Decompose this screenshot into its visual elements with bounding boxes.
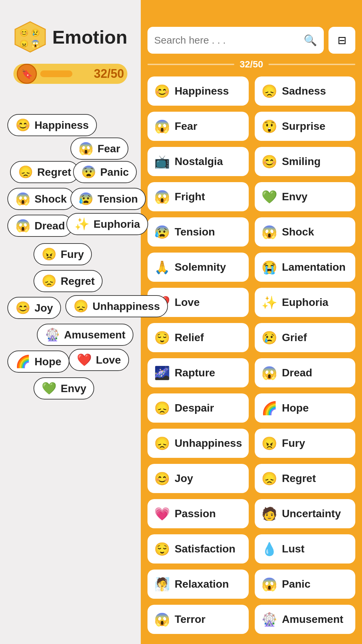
grid-chip-joy[interactable]: 😊Joy: [147, 464, 249, 493]
grid-chip-unhappiness[interactable]: 😞Unhappiness: [147, 429, 249, 458]
grid-chip-lamentation[interactable]: 😭Lamentation: [255, 253, 355, 282]
grid-chip-label: Rapture: [175, 367, 215, 379]
grid-chip-despair[interactable]: 😞Despair: [147, 393, 249, 423]
grid-chip-emoji: 😢: [261, 330, 277, 345]
grid-chip-label: Fury: [282, 437, 305, 449]
floating-chip-panic[interactable]: 😨Panic: [73, 161, 137, 183]
grid-chip-label: Euphoria: [282, 296, 328, 309]
search-bar-row: 🔍 ⊟: [147, 27, 355, 54]
grid-chip-emoji: 😭: [261, 260, 277, 275]
svg-text:😢: 😢: [31, 28, 40, 37]
progress-text: 32/50: [94, 67, 124, 81]
floating-chip-tension[interactable]: 😰Tension: [70, 188, 146, 210]
grid-chip-label: Panic: [282, 578, 310, 590]
grid-chip-label: Hope: [282, 402, 309, 414]
grid-chip-euphoria[interactable]: ✨Euphoria: [255, 288, 355, 317]
grid-chip-label: Unhappiness: [175, 437, 242, 449]
grid-chip-label: Relief: [175, 331, 204, 344]
grid-chip-emoji: 💗: [154, 506, 170, 521]
grid-chip-emoji: 😌: [154, 542, 170, 556]
filter-icon: ⊟: [338, 34, 347, 47]
floating-chip-dread[interactable]: 😱Dread: [7, 215, 73, 237]
grid-chip-emoji: 😱: [154, 190, 170, 204]
chip-label: Fear: [98, 143, 120, 155]
chip-emoji: 😊: [15, 118, 31, 132]
chip-label: Fury: [61, 248, 84, 261]
grid-chip-label: Dread: [282, 367, 312, 379]
progress-bar: 🔖 32/50: [13, 64, 127, 84]
grid-chip-grief[interactable]: 😢Grief: [255, 323, 355, 352]
grid-chip-tension[interactable]: 😰Tension: [147, 217, 249, 247]
svg-text:😠: 😠: [19, 39, 29, 48]
chip-label: Joy: [35, 302, 53, 314]
chip-label: Regret: [37, 166, 71, 178]
grid-chip-emoji: 😞: [261, 84, 277, 99]
grid-chip-emoji: 😱: [154, 119, 170, 134]
grid-chip-label: Lust: [282, 543, 305, 555]
chip-emoji: 😰: [78, 192, 94, 206]
floating-chip-envy[interactable]: 💚Envy: [34, 377, 94, 399]
grid-chip-label: Lamentation: [282, 261, 346, 273]
grid-chip-fury[interactable]: 😠Fury: [255, 429, 355, 458]
grid-chip-panic[interactable]: 😱Panic: [255, 570, 355, 599]
chip-emoji: 💚: [42, 381, 57, 395]
chip-emoji: 😱: [15, 219, 31, 233]
grid-chip-rapture[interactable]: 🌌Rapture: [147, 358, 249, 387]
grid-chip-satisfaction[interactable]: 😌Satisfaction: [147, 534, 249, 564]
floating-chip-fury[interactable]: 😠Fury: [34, 243, 92, 265]
search-input-wrap[interactable]: 🔍: [147, 27, 324, 54]
filter-button[interactable]: ⊟: [328, 27, 355, 54]
grid-chip-sadness[interactable]: 😞Sadness: [255, 76, 355, 106]
floating-chip-fear[interactable]: 😱Fear: [70, 138, 128, 160]
floating-chip-unhappiness[interactable]: 😞Unhappiness: [65, 295, 168, 317]
search-icon: 🔍: [304, 34, 317, 47]
grid-chip-emoji: 🌈: [261, 401, 277, 416]
grid-chip-solemnity[interactable]: 🙏Solemnity: [147, 253, 249, 282]
chip-label: Tension: [98, 193, 138, 205]
grid-chip-label: Grief: [282, 331, 307, 344]
grid-chip-fright[interactable]: 😱Fright: [147, 182, 249, 211]
floating-chip-regret[interactable]: 😞Regret: [34, 270, 103, 292]
grid-chip-nostalgia[interactable]: 📺Nostalgia: [147, 147, 249, 176]
floating-chip-hope[interactable]: 🌈Hope: [7, 351, 69, 373]
app-logo: 😊 😢 😠 😱: [13, 20, 47, 54]
grid-chip-fear[interactable]: 😱Fear: [147, 112, 249, 141]
chip-emoji: 😞: [73, 299, 88, 313]
grid-chip-label: Tension: [175, 226, 215, 238]
chip-label: Panic: [100, 166, 129, 178]
floating-chip-amusement[interactable]: 🎡Amusement: [37, 324, 133, 346]
grid-chip-smiling[interactable]: 😊Smiling: [255, 147, 355, 176]
grid-chip-amusement[interactable]: 🎡Amusement: [255, 605, 355, 634]
grid-chip-envy[interactable]: 💚Envy: [255, 182, 355, 211]
floating-chip-happiness[interactable]: 😊Happiness: [7, 114, 97, 136]
search-input[interactable]: [154, 35, 304, 46]
floating-chip-love[interactable]: ❤️Love: [69, 349, 129, 371]
grid-chip-uncertainty[interactable]: 🧑Uncertainty: [255, 499, 355, 528]
floating-chip-regret[interactable]: 😞Regret: [10, 161, 79, 183]
grid-chip-shock[interactable]: 😱Shock: [255, 217, 355, 247]
grid-chip-lust[interactable]: 💧Lust: [255, 534, 355, 564]
floating-chip-joy[interactable]: 😊Joy: [7, 297, 61, 319]
grid-chip-surprise[interactable]: 😲Surprise: [255, 112, 355, 141]
grid-chip-label: Terror: [175, 613, 205, 626]
floating-chip-shock[interactable]: 😱Shock: [7, 188, 75, 210]
floating-chip-euphoria[interactable]: ✨Euphoria: [66, 213, 148, 235]
grid-chip-emoji: 😊: [154, 471, 170, 486]
grid-chip-dread[interactable]: 😱Dread: [255, 358, 355, 387]
grid-chip-relaxation[interactable]: 🧖Relaxation: [147, 570, 249, 599]
chip-label: Shock: [35, 193, 67, 205]
grid-chip-emoji: 🙏: [154, 260, 170, 275]
svg-text:😱: 😱: [31, 39, 40, 48]
grid-chip-emoji: 😲: [261, 119, 277, 134]
grid-chip-relief[interactable]: 😌Relief: [147, 323, 249, 352]
chip-emoji: 😠: [42, 247, 57, 261]
grid-chip-happiness[interactable]: 😊Happiness: [147, 76, 249, 106]
right-progress-row: 32/50: [147, 59, 355, 70]
grid-chip-regret[interactable]: 😞Regret: [255, 464, 355, 493]
grid-chip-terror[interactable]: 😱Terror: [147, 605, 249, 634]
grid-chip-emoji: 🌌: [154, 366, 170, 380]
grid-chip-passion[interactable]: 💗Passion: [147, 499, 249, 528]
grid-chip-label: Envy: [282, 191, 307, 203]
grid-chip-label: Surprise: [282, 120, 325, 132]
grid-chip-hope[interactable]: 🌈Hope: [255, 393, 355, 423]
